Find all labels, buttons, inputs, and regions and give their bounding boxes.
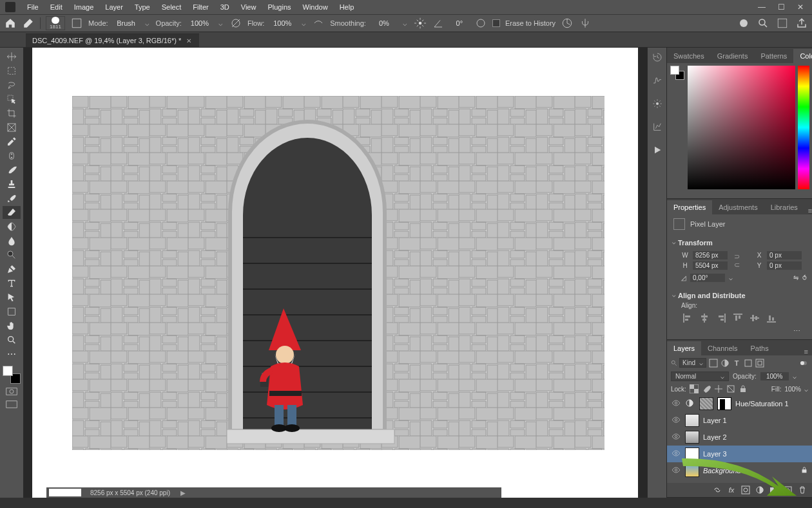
tab-adjustments[interactable]: Adjustments: [712, 200, 764, 214]
menu-3d[interactable]: 3D: [215, 1, 235, 13]
chevron-down-icon[interactable]: ⌵: [729, 274, 733, 281]
layer-row[interactable]: Layer 3: [667, 446, 812, 462]
lock-all-icon[interactable]: [739, 384, 748, 393]
brushes-panel-icon[interactable]: [652, 98, 663, 109]
layer-row[interactable]: Hue/Saturation 1: [667, 395, 812, 412]
align-top-icon[interactable]: [733, 313, 743, 323]
airbrush-icon[interactable]: [312, 17, 325, 30]
color-fgbg[interactable]: [670, 66, 684, 80]
chevron-down-icon[interactable]: ⌵: [804, 386, 808, 393]
panel-menu-icon[interactable]: ≡: [800, 348, 812, 355]
visibility-toggle[interactable]: [671, 466, 681, 476]
menu-image[interactable]: Image: [69, 1, 99, 13]
chevron-down-icon[interactable]: ⌵: [144, 19, 151, 28]
layer-mask[interactable]: [717, 397, 731, 410]
mode-value[interactable]: Brush: [113, 19, 139, 27]
filter-pixel-icon[interactable]: [709, 359, 718, 368]
brush-preview[interactable]: 1811: [46, 16, 65, 30]
lock-nested-icon[interactable]: [726, 384, 735, 393]
align-header[interactable]: ⌵Align and Distribute: [672, 292, 807, 299]
object-select-tool[interactable]: [3, 93, 21, 106]
menu-file[interactable]: File: [22, 1, 44, 13]
new-adjustment-icon[interactable]: [755, 485, 764, 494]
window-close[interactable]: ✕: [794, 3, 807, 12]
flow-value[interactable]: 100%: [269, 19, 295, 27]
brush-settings-icon[interactable]: [70, 17, 83, 30]
filter-adjust-icon[interactable]: [720, 359, 730, 368]
layer-fx-icon[interactable]: fx: [727, 485, 736, 494]
blur-tool[interactable]: [3, 234, 21, 247]
zoom-tool[interactable]: [3, 334, 21, 346]
menu-filter[interactable]: Filter: [188, 1, 213, 13]
eraser-preset-icon[interactable]: [22, 17, 35, 30]
menu-type[interactable]: Type: [130, 1, 155, 13]
chevron-down-icon[interactable]: ⌵: [402, 19, 409, 28]
color-field[interactable]: [688, 66, 795, 189]
menu-view[interactable]: View: [236, 1, 262, 13]
hue-slider[interactable]: [798, 66, 809, 189]
tab-libraries[interactable]: Libraries: [764, 200, 804, 214]
layer-name[interactable]: Layer 3: [703, 450, 727, 458]
screenmode-toggle[interactable]: [6, 400, 17, 409]
blend-mode-dropdown[interactable]: Normal⌵: [671, 372, 729, 381]
type-tool[interactable]: [3, 277, 21, 290]
eyedropper-tool[interactable]: [3, 135, 21, 148]
tab-gradients[interactable]: Gradients: [711, 49, 755, 63]
menu-help[interactable]: Help: [334, 1, 360, 13]
layer-name[interactable]: Layer 2: [703, 433, 727, 441]
link-wh-icon[interactable]: ⊃⊂: [734, 252, 740, 269]
layer-opacity-value[interactable]: 100%: [760, 372, 789, 381]
more-options-icon[interactable]: ⋯: [672, 326, 807, 337]
layer-row[interactable]: Layer 1: [667, 412, 812, 429]
cloud-icon[interactable]: [737, 17, 750, 30]
menu-edit[interactable]: Edit: [45, 1, 68, 13]
fill-value[interactable]: 100%: [784, 386, 801, 393]
gradient-tool[interactable]: [3, 220, 21, 233]
path-select-tool[interactable]: [3, 291, 21, 304]
tab-swatches[interactable]: Swatches: [667, 49, 711, 63]
flip-v-icon[interactable]: ⥀: [802, 274, 807, 281]
pressure-size-icon[interactable]: [474, 17, 487, 30]
layer-row[interactable]: Background: [667, 462, 812, 479]
filter-shape-icon[interactable]: [744, 359, 753, 368]
visibility-toggle[interactable]: [671, 449, 681, 459]
transform-header[interactable]: ⌵Transform: [672, 239, 807, 247]
search-icon[interactable]: [757, 17, 769, 30]
workspace-icon[interactable]: [776, 17, 789, 30]
angle-value[interactable]: 0°: [450, 19, 469, 27]
layer-name[interactable]: Hue/Saturation 1: [735, 400, 789, 408]
tab-layers[interactable]: Layers: [667, 341, 701, 355]
tab-patterns[interactable]: Patterns: [754, 49, 793, 63]
brush-tool[interactable]: [3, 164, 21, 176]
menu-select[interactable]: Select: [157, 1, 187, 13]
status-flyout-icon[interactable]: ▶: [177, 489, 189, 496]
frame-tool[interactable]: [3, 121, 21, 134]
info-panel-icon[interactable]: [652, 121, 663, 133]
hand-tool[interactable]: [3, 319, 21, 332]
chevron-down-icon[interactable]: ⌵: [218, 19, 224, 28]
tab-channels[interactable]: Channels: [701, 341, 744, 355]
shape-tool[interactable]: [3, 305, 21, 318]
chevron-down-icon[interactable]: ⌵: [300, 19, 307, 28]
document-tab[interactable]: DSC_4009.NEF @ 19,4% (Layer 3, RGB/16*) …: [26, 33, 199, 47]
chevron-down-icon[interactable]: ⌵: [793, 373, 797, 380]
eraser-tool[interactable]: [3, 206, 21, 219]
edit-toolbar[interactable]: ⋯: [3, 348, 21, 361]
visibility-toggle[interactable]: [671, 432, 681, 442]
align-vcenter-icon[interactable]: [749, 313, 760, 323]
window-minimize[interactable]: —: [755, 3, 768, 12]
stamp-tool[interactable]: [3, 178, 21, 191]
menu-window[interactable]: Window: [298, 1, 333, 13]
canvas-area[interactable]: 8256 px x 5504 px (240 ppi) ▶: [23, 48, 647, 498]
document-canvas[interactable]: [32, 48, 638, 498]
width-value[interactable]: 8256 px: [693, 251, 728, 259]
tab-properties[interactable]: Properties: [667, 200, 712, 214]
quickmask-toggle[interactable]: [6, 388, 17, 397]
home-icon[interactable]: [4, 17, 17, 30]
delete-layer-icon[interactable]: [798, 485, 807, 494]
align-hcenter-icon[interactable]: [699, 313, 710, 323]
history-brush-tool[interactable]: [3, 192, 21, 205]
dodge-tool[interactable]: [3, 249, 21, 261]
move-tool[interactable]: [3, 50, 21, 63]
link-layers-icon[interactable]: [713, 485, 722, 494]
